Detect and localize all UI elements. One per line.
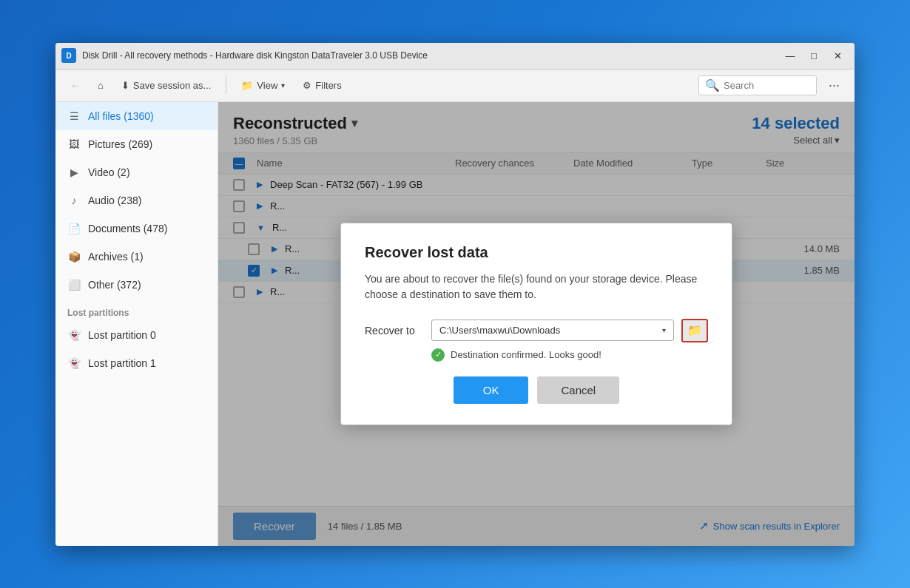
sidebar-item-video[interactable]: ▶ Video (2) [55,158,218,186]
lost-partitions-section-label: Lost partitions [55,299,218,321]
sidebar-item-other[interactable]: ⬜ Other (372) [55,271,218,299]
minimize-button[interactable]: — [779,47,801,64]
archives-icon: 📦 [67,250,81,263]
sidebar-label-video: Video (2) [88,166,130,178]
recover-dialog: Recover lost data You are about to recov… [340,223,732,425]
toolbar-separator [226,76,226,94]
back-icon: ← [70,80,80,91]
sidebar-label-audio: Audio (238) [88,195,141,206]
home-button[interactable]: ⌂ [92,77,109,94]
titlebar: D Disk Drill - All recovery methods - Ha… [55,43,855,70]
all-files-icon: ☰ [67,109,81,123]
path-chevron-icon: ▾ [662,326,666,334]
video-icon: ▶ [67,166,81,179]
sidebar-item-documents[interactable]: 📄 Documents (478) [55,214,218,243]
home-icon: ⌂ [98,80,104,91]
sidebar-item-pictures[interactable]: 🖼 Pictures (269) [55,130,218,158]
maximize-button[interactable]: □ [803,47,825,64]
lost-partition-0-icon: 👻 [67,328,81,342]
app-icon: D [61,48,76,63]
window-title: Disk Drill - All recovery methods - Hard… [82,50,779,61]
filters-button[interactable]: ⚙ Filters [297,77,347,94]
cancel-button[interactable]: Cancel [537,376,619,404]
status-ok-icon: ✓ [431,348,445,362]
recover-to-label: Recover to [365,325,424,337]
recover-to-row: Recover to C:\Users\maxwu\Downloads ▾ 📁 [365,319,708,342]
sidebar-label-documents: Documents (478) [88,223,167,234]
folder-icon: 📁 [687,323,702,337]
modal-overlay: Recover lost data You are about to recov… [218,102,855,546]
search-icon: 🔍 [705,78,720,92]
sidebar-item-lost-partition-0[interactable]: 👻 Lost partition 0 [55,321,218,349]
ok-button[interactable]: OK [454,376,529,404]
status-text: Destination confirmed. Looks good! [451,349,601,360]
lost-partition-1-icon: 👻 [67,356,81,370]
sidebar-item-archives[interactable]: 📦 Archives (1) [55,243,218,271]
more-options-button[interactable]: ··· [823,75,846,96]
destination-status: ✓ Destination confirmed. Looks good! [431,348,708,362]
save-icon: ⬇ [121,80,129,91]
main-area: ☰ All files (1360) 🖼 Pictures (269) ▶ Vi… [55,102,855,546]
view-chevron-icon: ▾ [281,81,285,89]
toolbar: ← ⌂ ⬇ Save session as... 📁 View ▾ ⚙ Filt… [55,70,855,102]
save-label: Save session as... [133,80,212,91]
sidebar-label-lost-0: Lost partition 0 [88,329,156,341]
sidebar-label-all-files: All files (1360) [88,110,154,122]
more-icon: ··· [829,78,840,92]
back-button[interactable]: ← [64,77,86,94]
sidebar-item-lost-partition-1[interactable]: 👻 Lost partition 1 [55,349,218,377]
window-controls: — □ ✕ [779,47,849,64]
sidebar: ☰ All files (1360) 🖼 Pictures (269) ▶ Vi… [55,102,218,546]
other-icon: ⬜ [67,278,81,291]
sidebar-label-pictures: Pictures (269) [88,138,152,150]
documents-icon: 📄 [67,222,81,235]
content-wrapper: Reconstructed ▾ 1360 files / 5.35 GB 14 … [218,102,855,546]
sidebar-label-archives: Archives (1) [88,251,144,263]
search-box[interactable]: 🔍 [698,75,817,95]
sidebar-item-all-files[interactable]: ☰ All files (1360) [55,102,218,130]
filters-icon: ⚙ [303,80,311,91]
sidebar-label-lost-1: Lost partition 1 [88,357,156,369]
pictures-icon: 🖼 [67,138,81,151]
save-session-button[interactable]: ⬇ Save session as... [115,77,218,94]
view-icon: 📁 [241,80,253,91]
sidebar-label-other: Other (372) [88,279,141,291]
path-input-container[interactable]: C:\Users\maxwu\Downloads ▾ [431,320,674,341]
path-value: C:\Users\maxwu\Downloads [439,325,658,336]
modal-title: Recover lost data [365,244,708,261]
close-button[interactable]: ✕ [826,47,849,64]
sidebar-item-audio[interactable]: ♪ Audio (238) [55,186,218,214]
audio-icon: ♪ [67,194,81,207]
search-input[interactable] [724,80,810,91]
modal-body: You are about to recover the file(s) fou… [365,271,708,303]
browse-folder-button[interactable]: 📁 [681,319,708,342]
view-button[interactable]: 📁 View ▾ [235,77,291,94]
modal-buttons: OK Cancel [365,376,708,404]
